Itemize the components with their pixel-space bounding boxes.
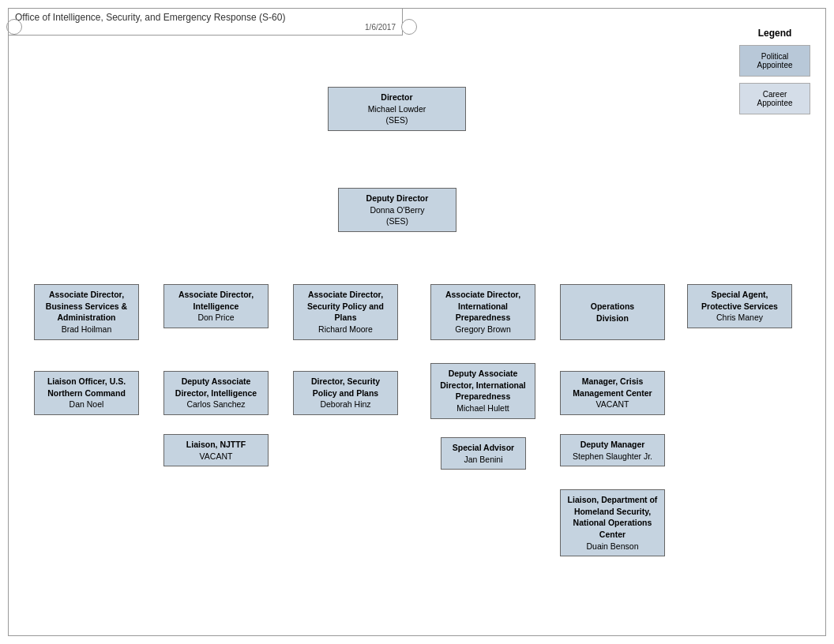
page-border bbox=[8, 8, 826, 636]
